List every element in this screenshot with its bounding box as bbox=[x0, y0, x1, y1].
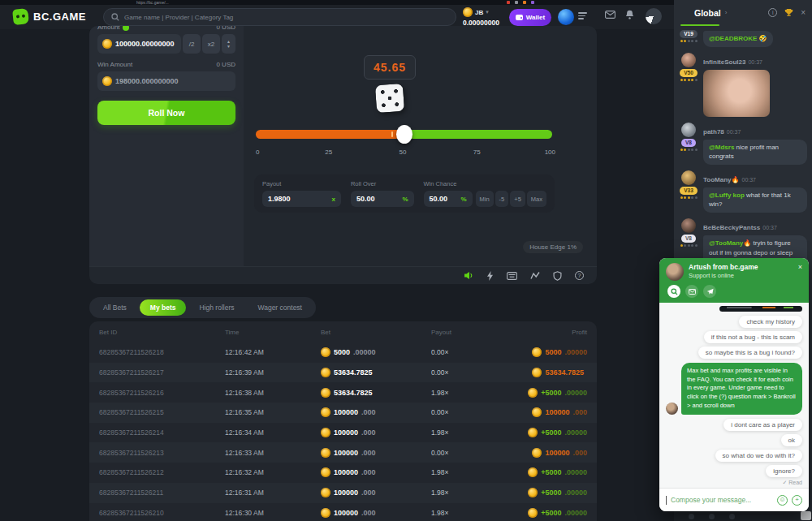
chevron-right-icon: › bbox=[725, 9, 728, 16]
avatar[interactable] bbox=[681, 170, 696, 185]
slider-track[interactable] bbox=[256, 130, 552, 139]
table-row[interactable]: 68285367211526218 12:16:42 AM 5000.00000… bbox=[89, 342, 597, 363]
table-row[interactable]: 68285367211526215 12:16:35 AM 100000.000… bbox=[89, 403, 597, 423]
plus-5-button[interactable]: +5 bbox=[510, 191, 525, 207]
game-search-bar[interactable] bbox=[103, 8, 456, 26]
table-row[interactable]: 68285367211526210 12:16:30 AM 100000.000… bbox=[89, 503, 597, 521]
coin-icon bbox=[532, 407, 542, 417]
bonus-spin-icon[interactable] bbox=[646, 8, 662, 24]
mention[interactable]: @Luffy kop bbox=[709, 192, 745, 199]
support-agent-name: Artush from bc.game bbox=[689, 263, 758, 272]
table-header: Bet ID Time Bet Payout Profit bbox=[89, 321, 597, 342]
tab-high-rollers[interactable]: High rollers bbox=[188, 299, 244, 316]
tab-all-bets[interactable]: All Bets bbox=[93, 299, 137, 316]
table-row[interactable]: 68285367211526216 12:16:38 AM 53634.7825… bbox=[89, 382, 597, 403]
win-amount-input[interactable]: 198000.000000000 bbox=[97, 71, 235, 91]
bet-id: 68285367211526217 bbox=[99, 368, 225, 377]
currency-toggle-icon[interactable] bbox=[123, 26, 129, 31]
bet-slip-icon[interactable] bbox=[578, 12, 587, 21]
chat-username[interactable]: path78 bbox=[703, 128, 724, 136]
mention[interactable]: @Mdsrs bbox=[709, 144, 734, 151]
fairness-shield-icon[interactable] bbox=[553, 271, 562, 281]
compose-placeholder[interactable]: Compose your message... bbox=[671, 496, 773, 504]
read-receipt: ✓ Read bbox=[782, 480, 802, 486]
support-history-screenshot[interactable] bbox=[719, 306, 802, 312]
table-row[interactable]: 68285367211526212 12:16:32 AM 100000.000… bbox=[89, 463, 597, 483]
emoji-icon[interactable]: ☺ bbox=[777, 495, 788, 506]
mention[interactable]: @TooMany🔥 bbox=[709, 239, 751, 247]
roll-over-label: Roll Over bbox=[351, 180, 414, 187]
scroll-to-bottom-button[interactable] bbox=[801, 511, 811, 520]
tick-100: 100 bbox=[545, 149, 555, 156]
search-input[interactable] bbox=[124, 14, 448, 21]
support-email-icon[interactable] bbox=[685, 285, 698, 298]
min-button[interactable]: Min bbox=[476, 191, 494, 207]
half-bet-button[interactable]: /2 bbox=[183, 34, 201, 54]
messages-icon[interactable] bbox=[605, 11, 615, 19]
mention[interactable]: @DEADBROKE bbox=[709, 35, 757, 42]
jb-coin-icon bbox=[463, 7, 473, 17]
support-telegram-icon[interactable] bbox=[703, 285, 716, 298]
chat-close-icon[interactable]: × bbox=[801, 8, 806, 17]
support-user-message: ignore? bbox=[766, 465, 802, 477]
bet-id: 68285367211526213 bbox=[99, 449, 225, 457]
chat-username[interactable]: BeBeBeckyPantss bbox=[703, 224, 760, 231]
max-button[interactable]: Max bbox=[527, 191, 546, 207]
coin-icon bbox=[321, 368, 330, 377]
chat-username[interactable]: InfiniteSoul23 bbox=[703, 58, 745, 66]
col-payout: Payout bbox=[431, 329, 512, 336]
bet-amount-input[interactable]: 100000.00000000 bbox=[97, 34, 181, 54]
sound-icon[interactable] bbox=[464, 271, 473, 280]
table-row[interactable]: 68285367211526213 12:16:33 AM 100000.000… bbox=[89, 442, 597, 463]
live-stats-icon[interactable] bbox=[530, 271, 540, 280]
wallet-button[interactable]: Wallet bbox=[509, 9, 551, 26]
payout-label: Payout bbox=[262, 180, 341, 187]
avatar[interactable] bbox=[681, 53, 696, 67]
support-user-message: ok bbox=[781, 434, 802, 446]
coin-icon bbox=[528, 488, 538, 497]
roll-now-button[interactable]: Roll Now bbox=[97, 101, 235, 125]
chat-username[interactable]: TooMany🔥 bbox=[703, 176, 740, 183]
win-chance-input[interactable]: 50.00 % bbox=[424, 191, 473, 207]
notifications-bell-icon[interactable] bbox=[625, 10, 634, 19]
user-avatar[interactable] bbox=[558, 9, 574, 25]
hotkeys-keyboard-icon[interactable] bbox=[507, 272, 517, 280]
turbo-lightning-icon[interactable] bbox=[486, 271, 494, 281]
avatar[interactable] bbox=[681, 218, 696, 233]
chat-image-crying-baby[interactable] bbox=[703, 70, 770, 117]
support-close-icon[interactable]: × bbox=[798, 263, 802, 271]
bet-amount: 100000.000 bbox=[321, 467, 431, 477]
level-badge: V19 bbox=[680, 30, 698, 38]
slider-handle[interactable] bbox=[396, 125, 412, 144]
bc-game-logo[interactable]: BC.GAME bbox=[13, 9, 86, 24]
double-bet-button[interactable]: x2 bbox=[202, 34, 220, 54]
coin-icon bbox=[321, 448, 330, 458]
chat-channel-selector[interactable]: Global bbox=[694, 8, 721, 18]
roll-over-input[interactable]: 50.00 % bbox=[351, 191, 414, 207]
table-row[interactable]: 68285367211526214 12:16:34 AM 100000.000… bbox=[89, 423, 597, 443]
minus-5-button[interactable]: -5 bbox=[495, 191, 509, 207]
chat-rules-icon[interactable]: i bbox=[768, 8, 777, 17]
payout-input[interactable]: 1.9800 x bbox=[262, 191, 341, 207]
support-compose-bar[interactable]: Compose your message... ☺ + bbox=[659, 488, 809, 511]
avatar[interactable] bbox=[681, 123, 696, 137]
tab-my-bets[interactable]: My bets bbox=[140, 299, 187, 316]
amount-stepper[interactable]: ▲▼ bbox=[222, 34, 235, 54]
tab-wager-contest[interactable]: Wager contest bbox=[247, 299, 313, 316]
support-agent-avatar-small bbox=[666, 403, 678, 415]
support-search-icon[interactable] bbox=[667, 285, 680, 298]
roll-slider: 0 25 50 75 100 bbox=[256, 130, 552, 157]
coin-icon bbox=[321, 508, 330, 518]
currency-selector[interactable]: JB ▾ 0.00000000 bbox=[463, 7, 499, 27]
chat-time: 00:37 bbox=[742, 177, 757, 183]
help-icon[interactable]: ? bbox=[575, 271, 584, 280]
table-row[interactable]: 68285367211526217 12:16:39 AM 53634.7825… bbox=[89, 363, 597, 383]
send-icon[interactable]: + bbox=[792, 495, 802, 506]
stepper-down-icon[interactable]: ▼ bbox=[227, 44, 231, 49]
bet-payout: 0.00× bbox=[431, 449, 512, 457]
table-row[interactable]: 68285367211526211 12:16:31 AM 100000.000… bbox=[89, 483, 597, 503]
chat-header: Global › i × bbox=[674, 0, 812, 25]
my-bets-table: Bet ID Time Bet Payout Profit 6828536721… bbox=[89, 321, 597, 521]
trophy-icon[interactable] bbox=[784, 8, 793, 17]
bet-id: 68285367211526211 bbox=[99, 489, 225, 497]
